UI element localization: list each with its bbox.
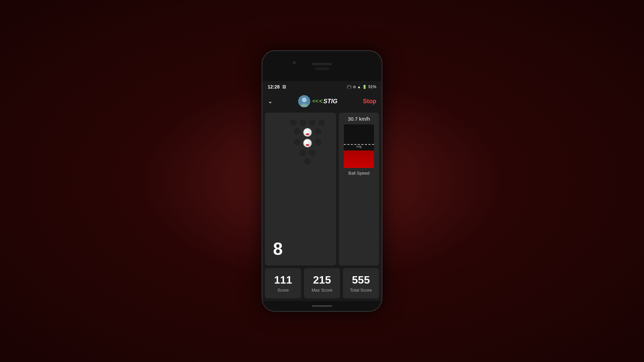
pin-8 xyxy=(315,139,321,145)
photo-icon: 🖼 xyxy=(282,85,287,89)
pin-1 xyxy=(290,119,297,126)
app-header: ⌄ << < xyxy=(262,93,382,110)
vibrate-icon: 📳 xyxy=(347,85,352,89)
speed-panel: 30.7 km/h Avg Ball Speed xyxy=(339,113,379,265)
speed-chart: Avg xyxy=(344,124,374,168)
pin-row-4 xyxy=(290,119,325,126)
pin-11 xyxy=(304,158,311,165)
score-row: 111 Score 215 Max Score 555 Total Score xyxy=(265,268,379,298)
svg-point-1 xyxy=(302,98,307,102)
logo-chevron-single: < xyxy=(319,98,323,105)
phone-earpiece xyxy=(315,68,329,70)
collapse-button[interactable]: ⌄ xyxy=(268,98,273,105)
wifi-icon: ▲ xyxy=(357,85,361,89)
app-name: STIG xyxy=(323,98,337,105)
pin-4 xyxy=(318,119,325,126)
max-score-label: Max Score xyxy=(312,288,332,293)
game-row: 8 30.7 km/h Avg Ball Speed xyxy=(265,113,379,265)
ball-top xyxy=(303,128,312,137)
score-card: 111 Score xyxy=(265,268,301,298)
home-indicator xyxy=(312,305,332,307)
status-bar: 12:28 🖼 📳 ⊖ ▲ 🔋 91% xyxy=(262,81,382,93)
pin-layout xyxy=(290,119,325,167)
speed-label: Ball Speed xyxy=(348,171,370,176)
pin-2 xyxy=(300,119,306,126)
avg-line: Avg xyxy=(344,144,374,148)
header-center: << < STIG xyxy=(298,95,337,107)
status-bar-right: 📳 ⊖ ▲ 🔋 91% xyxy=(347,84,376,89)
phone-device: 12:28 🖼 📳 ⊖ ▲ 🔋 91% ⌄ xyxy=(262,50,382,312)
pin-6 xyxy=(315,128,321,135)
pin-5 xyxy=(294,128,301,135)
user-avatar xyxy=(298,95,310,107)
minus-circle-icon: ⊖ xyxy=(353,85,356,89)
speed-bar xyxy=(344,150,374,168)
phone-speaker xyxy=(312,63,332,65)
pin-10 xyxy=(309,149,316,156)
ball-bottom xyxy=(303,139,312,147)
phone-side-button xyxy=(382,125,382,141)
phone-camera xyxy=(292,61,296,64)
app-logo: << < STIG xyxy=(312,98,337,105)
pin-row-1a xyxy=(290,149,325,156)
total-score-value: 555 xyxy=(352,274,370,286)
pin-row-3 xyxy=(290,128,325,137)
logo-chevron-icon: << xyxy=(312,98,319,104)
pin-3 xyxy=(309,119,316,126)
score-value: 111 xyxy=(274,274,292,286)
status-time: 12:28 xyxy=(268,84,280,89)
battery-icon: 🔋 xyxy=(362,85,367,89)
phone-top-hardware xyxy=(262,51,382,81)
avatar-image xyxy=(298,95,310,107)
pin-row-1b xyxy=(290,158,325,165)
pin-9 xyxy=(300,149,306,156)
max-score-value: 215 xyxy=(313,274,331,286)
phone-body: 12:28 🖼 📳 ⊖ ▲ 🔋 91% ⌄ xyxy=(262,50,382,312)
bowling-panel: 8 xyxy=(265,113,336,265)
pin-row-2 xyxy=(290,139,325,147)
speed-value: 30.7 km/h xyxy=(348,116,370,122)
avg-label: Avg xyxy=(356,145,362,148)
score-label: Score xyxy=(277,288,289,293)
total-score-label: Total Score xyxy=(350,288,372,293)
max-score-card: 215 Max Score xyxy=(304,268,340,298)
frame-number: 8 xyxy=(273,239,283,259)
main-content: 8 30.7 km/h Avg Ball Speed xyxy=(262,110,382,301)
phone-screen: 12:28 🖼 📳 ⊖ ▲ 🔋 91% ⌄ xyxy=(262,81,382,311)
phone-bottom-bar xyxy=(262,301,382,311)
total-score-card: 555 Total Score xyxy=(343,268,379,298)
stop-button[interactable]: Stop xyxy=(363,98,376,105)
pin-7 xyxy=(294,139,301,145)
battery-percent: 91% xyxy=(368,84,376,89)
status-bar-left: 12:28 🖼 xyxy=(268,84,287,89)
